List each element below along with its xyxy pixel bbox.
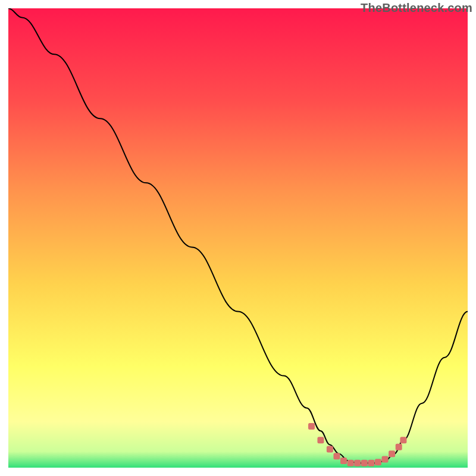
- marker: [340, 458, 347, 464]
- marker: [396, 444, 402, 450]
- bottleneck-curve: [8, 8, 468, 463]
- curve-layer: [8, 8, 468, 468]
- marker: [333, 453, 340, 459]
- watermark-text: TheBottleneck.com: [361, 1, 472, 15]
- plot-area: [8, 8, 468, 468]
- marker: [382, 456, 389, 463]
- marker: [375, 459, 381, 465]
- chart-container: TheBottleneck.com: [0, 0, 476, 476]
- marker: [347, 460, 354, 466]
- marker: [327, 446, 333, 453]
- marker: [389, 450, 395, 457]
- marker: [361, 460, 368, 466]
- marker: [317, 437, 324, 443]
- marker: [400, 437, 406, 443]
- marker: [368, 460, 374, 466]
- marker: [354, 460, 361, 466]
- optimal-zone-markers: [308, 423, 406, 466]
- marker: [308, 423, 315, 430]
